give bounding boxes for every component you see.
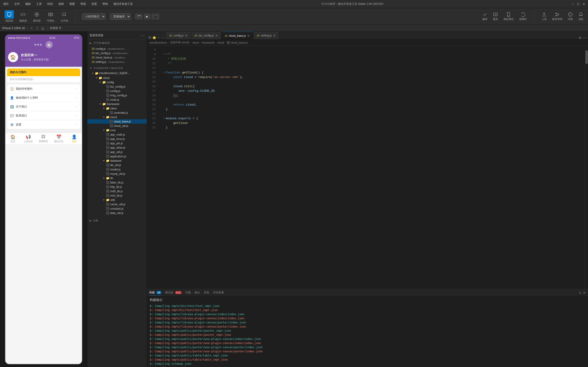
- fold-13[interactable]: ▼: [162, 70, 166, 75]
- tree-cache-util[interactable]: ⬛ cache_util.js: [87, 202, 147, 206]
- tree-database[interactable]: ▼ 📁 database: [87, 158, 147, 163]
- tree-application[interactable]: ⬛ application.js: [87, 154, 147, 158]
- bottom-tab-problems[interactable]: 问题: [185, 290, 191, 295]
- refresh-button[interactable]: [135, 14, 143, 19]
- breadcrumb-file[interactable]: ⬛ cloud_base.js: [227, 41, 248, 44]
- tree-data-util[interactable]: ⬛ data_util.js: [87, 211, 147, 215]
- minimize-button[interactable]: ─: [571, 2, 575, 6]
- home-icon[interactable]: [41, 27, 44, 30]
- tab-cloud-base-close[interactable]: ✕: [247, 34, 250, 37]
- toolbar-detail[interactable]: 详情: [568, 12, 573, 21]
- menu-item-wechat-tools[interactable]: 微信开发者工具: [112, 2, 134, 6]
- back-icon[interactable]: [30, 27, 33, 30]
- menu-item-project[interactable]: 项目: [2, 2, 10, 6]
- fold-9[interactable]: ▼: [162, 52, 166, 57]
- menu-item-select[interactable]: 选择: [57, 2, 65, 6]
- split-editor-btn[interactable]: ⊞: [579, 36, 581, 40]
- phone-record-btn[interactable]: ⬤: [45, 41, 53, 48]
- toolbar-cloud[interactable]: 云开发: [60, 10, 69, 23]
- toolbar-version[interactable]: 版本管理: [552, 12, 562, 21]
- tree-md5-lib[interactable]: ⬛ md5_lib.js: [87, 189, 147, 193]
- screenshot-btn[interactable]: 热截题 开: [50, 26, 61, 30]
- menu-item-file[interactable]: 文件: [13, 2, 21, 6]
- debugger-icon-box[interactable]: [32, 10, 41, 19]
- forward-icon[interactable]: [36, 27, 39, 30]
- tab-biz-close[interactable]: ✕: [215, 34, 218, 37]
- toolbar-compile[interactable]: 编译: [482, 12, 487, 21]
- toolbar-preview[interactable]: 预览: [493, 12, 498, 21]
- bottom-tab-output[interactable]: 输出: [195, 290, 200, 295]
- breadcrumb-cloudfunctions[interactable]: cloudfunctions: [149, 41, 167, 44]
- toolbar-simulator[interactable]: 模拟器: [5, 10, 14, 23]
- outline-label[interactable]: ▶大纲: [87, 217, 147, 224]
- open-file-biz[interactable]: JS biz_config.js cloudfunction...: [87, 51, 147, 55]
- code-content[interactable]: ▼ /** * 获取云实例 */: [158, 46, 585, 289]
- tree-mysql-util[interactable]: ⬛ mysql_util.js: [87, 172, 147, 176]
- mode-select[interactable]: 小程序模式: [82, 13, 105, 20]
- editor-icon-box[interactable]: [18, 10, 27, 19]
- panel-close-btn[interactable]: ✕: [583, 291, 586, 294]
- menu-item-view[interactable]: 视图: [69, 2, 76, 6]
- tree-db-util[interactable]: ⬛ db_util.js: [87, 163, 147, 167]
- bottom-tab-quality[interactable]: 代码质量: [213, 290, 224, 295]
- phone-list-profile[interactable]: 👤 修改我的个人资料 ›: [7, 93, 80, 102]
- tab-icon-2[interactable]: ⭐: [152, 36, 156, 40]
- panel-collapse-btn[interactable]: ∧: [579, 291, 581, 294]
- scrollbar-thumb[interactable]: [586, 50, 588, 64]
- tree-cloud-base[interactable]: ⬛ cloud_base.js: [87, 119, 147, 124]
- visual-icon-box[interactable]: [46, 10, 55, 19]
- tree-client[interactable]: ▼ 📁 client: [87, 106, 147, 110]
- simulator-icon-box[interactable]: [5, 10, 14, 19]
- tab-cloud-base[interactable]: JS cloud_base.js ✕: [221, 32, 253, 40]
- toolbar-debugger[interactable]: 调试器: [32, 10, 41, 23]
- phone-tab-mine[interactable]: 👤 我的: [67, 133, 82, 144]
- tree-route[interactable]: ⬛ route.js: [87, 98, 147, 102]
- tree-framework[interactable]: ▼ 📁 framework: [87, 102, 147, 106]
- close-button[interactable]: ✕: [582, 2, 586, 6]
- phone-tab-calendar[interactable]: 📅 预约日历: [51, 133, 67, 144]
- phone-list-contact[interactable]: 💬 联系我们 ›: [7, 111, 80, 120]
- menu-item-settings[interactable]: 设置: [90, 2, 98, 6]
- tree-mini-lib[interactable]: ⬛ mini_lib.js: [87, 193, 147, 198]
- toolbar-editor[interactable]: 编辑器: [18, 10, 27, 23]
- breadcrumb-env[interactable]: 当前环境 cloud1: [170, 41, 190, 44]
- more-options-btn[interactable]: ⋯: [583, 36, 586, 40]
- fold-23[interactable]: ▼: [162, 116, 166, 121]
- open-file-cloud-base[interactable]: JS cloud_base.js cloudfunc...: [87, 55, 147, 60]
- tree-cloud-root[interactable]: ▼ 📁 cloud: [87, 76, 147, 80]
- breadcrumb-cloud2[interactable]: cloud: [217, 41, 224, 44]
- tab-icon-4[interactable]: →: [161, 36, 164, 40]
- tree-biz-config[interactable]: ⬛ biz_config.js: [87, 84, 147, 89]
- tree-lib[interactable]: ▼ 📁 lib: [87, 176, 147, 180]
- tree-app-other[interactable]: ⬛ app_other.js: [87, 145, 147, 150]
- phone-tab-pets[interactable]: 🖼 宠物购买: [36, 133, 51, 144]
- bottom-tab-build[interactable]: 构建 16: [149, 290, 161, 296]
- open-editors-label[interactable]: ▶ 打开的编辑器: [87, 40, 147, 46]
- tree-cloudfunctions[interactable]: ▼ 📁 cloudfunctions | 当前环...: [87, 71, 147, 76]
- tree-app-util[interactable]: ⬛ app_util.js: [87, 150, 147, 154]
- tree-controller[interactable]: ⬛ controller.js: [87, 110, 147, 115]
- menu-item-tools[interactable]: 工具: [35, 2, 43, 6]
- tree-config-js[interactable]: ⬛ config.js: [87, 89, 147, 93]
- tab-biz-config[interactable]: JS biz_config.js ✕: [191, 32, 221, 40]
- toolbar-visual[interactable]: 可视化: [46, 10, 55, 23]
- menu-item-edit[interactable]: 编辑: [24, 2, 32, 6]
- open-file-config[interactable]: JS config.js cloudfunctions\...: [87, 47, 147, 51]
- open-file-setting[interactable]: JS setting.js miniprogram\s...: [87, 60, 147, 64]
- cloud-icon-box[interactable]: [60, 10, 69, 19]
- maximize-button[interactable]: ☐: [577, 2, 580, 6]
- tab-config-close[interactable]: ✕: [185, 34, 188, 37]
- tab-setting[interactable]: JS setting.js ✕: [253, 32, 279, 40]
- bottom-tab-debugger[interactable]: 调试器 6,11: [165, 290, 182, 295]
- tree-msg-config[interactable]: ⬛ msg_config.js: [87, 93, 147, 98]
- project-root-label[interactable]: ▼ POWERPET-MASTER: [87, 65, 147, 71]
- menu-item-goto[interactable]: 转到: [46, 2, 54, 6]
- tree-constant[interactable]: ⬛ constant.js: [87, 206, 147, 211]
- tree-cloud-sub[interactable]: ▼ 📁 cloud: [87, 115, 147, 119]
- tree-app-job[interactable]: ⬛ app_job.js: [87, 141, 147, 145]
- tab-config[interactable]: JS config.js ✕: [166, 32, 191, 40]
- tree-core[interactable]: ▼ 📁 core: [87, 128, 147, 132]
- compile-select[interactable]: 普通编译: [110, 13, 131, 20]
- device-button[interactable]: 📱: [152, 14, 159, 19]
- breadcrumb-cloud[interactable]: cloud: [192, 41, 199, 44]
